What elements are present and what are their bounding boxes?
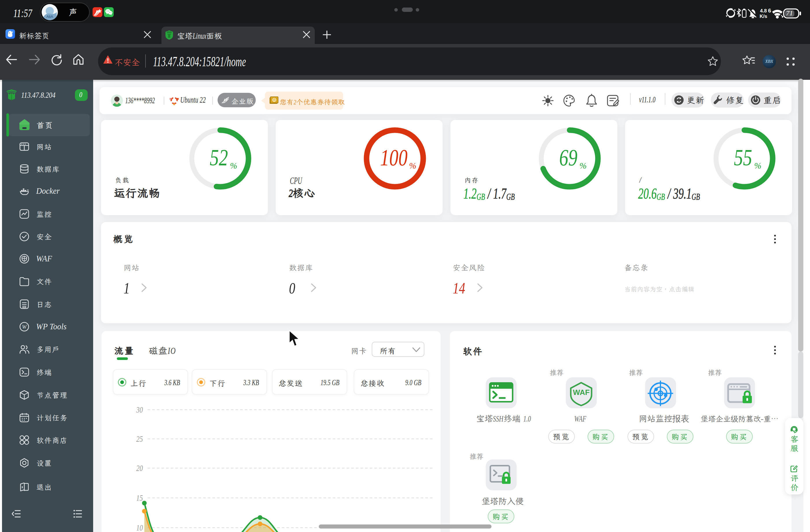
svg-text:10: 10	[136, 523, 143, 532]
svg-text:30: 30	[136, 405, 143, 414]
svg-text:15: 15	[136, 493, 143, 502]
svg-text:25: 25	[136, 434, 143, 444]
svg-text:20: 20	[136, 464, 143, 473]
svg-text:W: W	[22, 324, 27, 330]
